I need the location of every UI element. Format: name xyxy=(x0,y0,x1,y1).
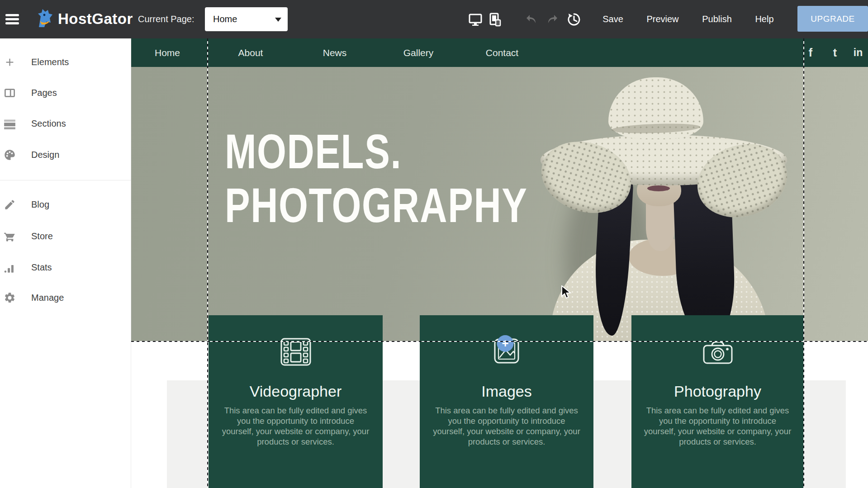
blog-icon xyxy=(3,198,16,211)
help-button[interactable]: Help xyxy=(755,0,773,38)
sidebar-item-label: Sections xyxy=(31,118,66,129)
hero-title-line1[interactable]: MODELS. xyxy=(225,128,402,176)
card-title: Images xyxy=(420,383,593,400)
sidebar-item-label: Manage xyxy=(31,293,64,303)
save-button[interactable]: Save xyxy=(602,0,623,38)
sidebar-item-sections[interactable]: Sections xyxy=(0,113,131,134)
selection-guide-right xyxy=(803,38,804,488)
model-lips xyxy=(647,185,670,191)
sidebar-item-blog[interactable]: Blog xyxy=(0,194,131,215)
sidebar-divider xyxy=(0,180,131,180)
sidebar-item-pages[interactable]: Pages xyxy=(0,82,131,104)
sidebar-item-label: Stats xyxy=(31,262,52,273)
logo-text: HostGator xyxy=(58,10,133,28)
card-body-text: This area can be fully edited and gives … xyxy=(220,405,371,447)
card-title: Videographer xyxy=(209,383,383,400)
hostgator-builder-window: HostGator Current Page: Home Save Previe… xyxy=(0,0,868,488)
site-nav-home[interactable]: Home xyxy=(155,38,180,67)
twitter-icon[interactable]: t xyxy=(833,38,837,67)
store-icon xyxy=(3,229,16,243)
builder-sidebar: Elements Pages Sections Design Blog Stor… xyxy=(0,38,131,488)
redo-icon[interactable] xyxy=(545,13,560,28)
hostgator-logo[interactable]: HostGator xyxy=(34,8,133,30)
model-neck xyxy=(646,200,675,251)
top-toolbar: HostGator Current Page: Home Save Previe… xyxy=(0,0,868,38)
pages-icon xyxy=(3,86,16,99)
camera-icon xyxy=(703,341,733,366)
mouse-cursor xyxy=(561,285,573,302)
history-icon[interactable] xyxy=(567,12,581,27)
site-nav-contact[interactable]: Contact xyxy=(486,38,518,67)
selection-guide-bottom xyxy=(131,341,868,342)
sidebar-item-manage[interactable]: Manage xyxy=(0,287,131,308)
design-icon xyxy=(3,148,16,161)
mobile-view-icon[interactable] xyxy=(488,12,503,27)
upgrade-button[interactable]: UPGRADE xyxy=(797,6,868,32)
plus-icon xyxy=(3,55,16,69)
undo-icon[interactable] xyxy=(525,13,539,28)
page-selector-value: Home xyxy=(213,7,237,31)
card-body-text: This area can be fully edited and gives … xyxy=(642,405,793,447)
sidebar-item-label: Pages xyxy=(31,88,57,98)
sidebar-item-label: Blog xyxy=(31,199,49,210)
hostgator-gator-icon xyxy=(34,7,55,31)
sidebar-item-label: Design xyxy=(31,150,59,160)
add-image-badge-icon: + xyxy=(497,335,514,352)
sidebar-item-stats[interactable]: Stats xyxy=(0,256,131,278)
sidebar-item-elements[interactable]: Elements xyxy=(0,51,131,73)
sidebar-item-store[interactable]: Store xyxy=(0,225,131,247)
selection-guide-left xyxy=(207,38,208,488)
card-title: Photography xyxy=(631,383,804,400)
site-nav-bar: Home About News Gallery Contact f t in xyxy=(131,38,868,67)
sidebar-item-label: Store xyxy=(31,231,53,242)
hero-section[interactable]: MODELS. PHOTOGRAPHY xyxy=(131,67,868,342)
desktop-view-icon[interactable] xyxy=(468,12,483,27)
site-nav-gallery[interactable]: Gallery xyxy=(403,38,434,67)
film-icon xyxy=(280,338,311,368)
site-nav-news[interactable]: News xyxy=(323,38,347,67)
sidebar-item-design[interactable]: Design xyxy=(0,144,131,166)
preview-button[interactable]: Preview xyxy=(646,0,678,38)
site-nav-about[interactable]: About xyxy=(238,38,263,67)
sidebar-item-label: Elements xyxy=(31,57,69,67)
facebook-icon[interactable]: f xyxy=(809,38,812,67)
site-preview-canvas: Home About News Gallery Contact f t in xyxy=(131,38,868,488)
hamburger-menu-icon[interactable] xyxy=(5,14,19,24)
stats-icon xyxy=(3,261,16,274)
current-page-label: Current Page: xyxy=(138,0,194,38)
publish-button[interactable]: Publish xyxy=(702,0,732,38)
linkedin-icon[interactable]: in xyxy=(854,38,863,67)
chevron-down-icon xyxy=(275,18,281,22)
hero-title-line2[interactable]: PHOTOGRAPHY xyxy=(225,181,527,230)
sections-icon xyxy=(3,117,16,130)
page-selector-dropdown[interactable]: Home xyxy=(205,7,288,31)
manage-icon xyxy=(3,291,16,304)
card-body-text: This area can be fully edited and gives … xyxy=(431,405,582,447)
